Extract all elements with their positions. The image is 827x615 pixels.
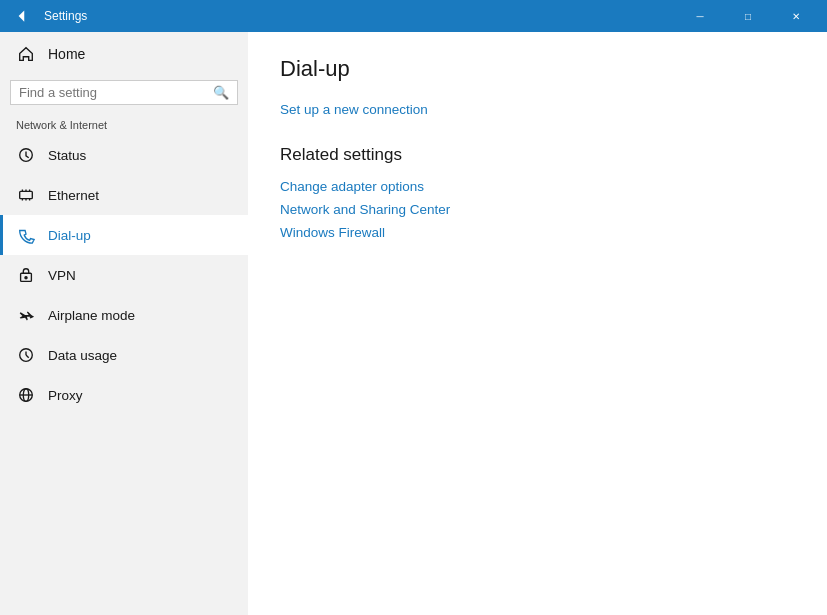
svg-point-3	[25, 277, 27, 279]
titlebar-left: Settings	[8, 2, 87, 30]
content-area: Dial-up Set up a new connection Related …	[248, 32, 827, 615]
svg-rect-1	[20, 191, 33, 198]
setup-connection-link[interactable]: Set up a new connection	[280, 102, 795, 117]
maximize-button[interactable]: □	[725, 0, 771, 32]
sidebar-item-dialup[interactable]: Dial-up	[0, 215, 248, 255]
network-sharing-link[interactable]: Network and Sharing Center	[280, 202, 795, 217]
search-icon: 🔍	[213, 85, 229, 100]
window-controls: ─ □ ✕	[677, 0, 819, 32]
sidebar-item-vpn-label: VPN	[48, 268, 76, 283]
data-usage-icon	[16, 345, 36, 365]
minimize-button[interactable]: ─	[677, 0, 723, 32]
status-icon	[16, 145, 36, 165]
sidebar-item-data-usage-label: Data usage	[48, 348, 117, 363]
ethernet-icon	[16, 185, 36, 205]
sidebar-item-status-label: Status	[48, 148, 86, 163]
change-adapter-link[interactable]: Change adapter options	[280, 179, 795, 194]
sidebar-item-airplane-label: Airplane mode	[48, 308, 135, 323]
sidebar-item-vpn[interactable]: VPN	[0, 255, 248, 295]
sidebar-item-dialup-label: Dial-up	[48, 228, 91, 243]
app-container: Home 🔍 Network & Internet Status	[0, 32, 827, 615]
search-box: 🔍	[10, 80, 238, 105]
sidebar-item-ethernet[interactable]: Ethernet	[0, 175, 248, 215]
proxy-icon	[16, 385, 36, 405]
sidebar-home-label: Home	[48, 46, 85, 62]
search-input[interactable]	[19, 85, 213, 100]
sidebar-item-proxy[interactable]: Proxy	[0, 375, 248, 415]
airplane-icon	[16, 305, 36, 325]
sidebar-item-airplane[interactable]: Airplane mode	[0, 295, 248, 335]
dialup-icon	[16, 225, 36, 245]
titlebar-title: Settings	[44, 9, 87, 23]
close-button[interactable]: ✕	[773, 0, 819, 32]
sidebar-item-status[interactable]: Status	[0, 135, 248, 175]
sidebar-item-data-usage[interactable]: Data usage	[0, 335, 248, 375]
back-button[interactable]	[8, 2, 36, 30]
titlebar: Settings ─ □ ✕	[0, 0, 827, 32]
related-settings-heading: Related settings	[280, 145, 795, 165]
sidebar-item-ethernet-label: Ethernet	[48, 188, 99, 203]
home-icon	[16, 44, 36, 64]
sidebar-section-label: Network & Internet	[0, 113, 248, 135]
page-title: Dial-up	[280, 56, 795, 82]
sidebar: Home 🔍 Network & Internet Status	[0, 32, 248, 615]
sidebar-item-home[interactable]: Home	[0, 32, 248, 76]
vpn-icon	[16, 265, 36, 285]
windows-firewall-link[interactable]: Windows Firewall	[280, 225, 795, 240]
sidebar-item-proxy-label: Proxy	[48, 388, 83, 403]
